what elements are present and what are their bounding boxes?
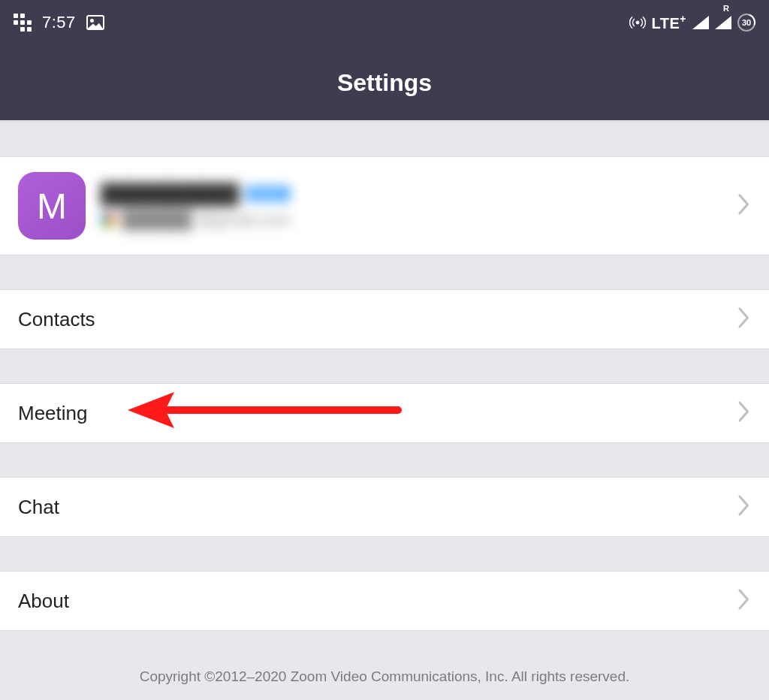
page-title: Settings — [337, 69, 432, 97]
avatar: M — [18, 172, 86, 240]
chevron-right-icon — [737, 494, 751, 520]
picture-icon — [86, 15, 104, 30]
menu-item-about[interactable]: About — [0, 571, 769, 631]
section-gap — [0, 255, 769, 289]
menu-label: Contacts — [18, 308, 95, 331]
section-gap — [0, 443, 769, 477]
profile-text-blurred: ██████████BASIC ██████@gmail.com — [101, 183, 722, 230]
menu-label: Chat — [18, 496, 59, 519]
menu-item-meeting[interactable]: Meeting — [0, 383, 769, 443]
chevron-right-icon — [737, 306, 751, 332]
menu-label: Meeting — [18, 402, 88, 425]
profile-row[interactable]: M ██████████BASIC ██████@gmail.com — [0, 156, 769, 255]
page-title-bar: Settings — [0, 45, 769, 120]
chevron-right-icon — [737, 400, 751, 426]
chevron-right-icon — [737, 588, 751, 614]
status-bar: 7:57 LTE+ R 30 — [0, 0, 769, 45]
section-gap — [0, 122, 769, 156]
signal-icon-2: R — [715, 16, 731, 29]
svg-point-0 — [635, 21, 638, 24]
footer-copyright: Copyright ©2012–2020 Zoom Video Communic… — [0, 631, 769, 700]
settings-content: M ██████████BASIC ██████@gmail.com Conta… — [0, 122, 769, 700]
status-left: 7:57 — [14, 13, 104, 32]
status-right: LTE+ R 30 — [629, 13, 755, 32]
hotspot-icon — [629, 14, 646, 31]
section-gap — [0, 349, 769, 383]
signal-icon-1 — [692, 16, 709, 29]
battery-icon: 30 — [737, 14, 755, 32]
network-label: LTE+ — [652, 13, 686, 32]
blackberry-icon — [14, 14, 32, 32]
section-gap — [0, 537, 769, 571]
menu-label: About — [18, 590, 69, 613]
chevron-right-icon — [737, 193, 751, 219]
clock-time: 7:57 — [42, 13, 76, 32]
menu-item-contacts[interactable]: Contacts — [0, 289, 769, 349]
menu-item-chat[interactable]: Chat — [0, 477, 769, 537]
